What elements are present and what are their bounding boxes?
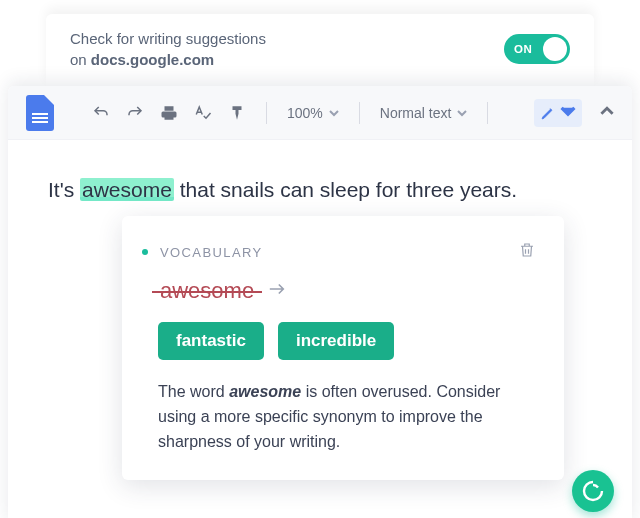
toolbar: 100% Normal text	[8, 86, 632, 140]
banner-line2-prefix: on	[70, 51, 91, 68]
paragraph-style-dropdown[interactable]: Normal text	[376, 105, 472, 121]
paint-format-button[interactable]	[224, 100, 250, 126]
enable-toggle[interactable]: ON	[504, 34, 570, 64]
undo-button[interactable]	[88, 100, 114, 126]
style-value: Normal text	[380, 105, 452, 121]
toolbar-separator	[487, 102, 488, 124]
print-button[interactable]	[156, 100, 182, 126]
toggle-label: ON	[514, 43, 532, 55]
category-label: VOCABULARY	[160, 245, 263, 260]
replaced-word-row: awesome	[158, 278, 536, 304]
suggestion-chips: fantastic incredible	[158, 322, 536, 360]
suggestion-category: VOCABULARY	[158, 245, 263, 260]
redo-button[interactable]	[122, 100, 148, 126]
pencil-icon	[540, 105, 556, 121]
paint-format-icon	[228, 104, 246, 122]
suggestion-chip[interactable]: fantastic	[158, 322, 264, 360]
docs-app-icon[interactable]	[26, 95, 54, 131]
banner-line1: Check for writing suggestions	[70, 30, 266, 47]
assistant-logo-icon	[581, 479, 605, 503]
toggle-knob	[543, 37, 567, 61]
category-dot-icon	[142, 249, 148, 255]
toolbar-separator	[359, 102, 360, 124]
chevron-down-icon	[560, 103, 576, 123]
dismiss-button[interactable]	[518, 240, 536, 264]
suggestion-chip[interactable]: incredible	[278, 322, 394, 360]
zoom-dropdown[interactable]: 100%	[283, 105, 343, 121]
print-icon	[160, 104, 178, 122]
struck-word: awesome	[158, 278, 256, 304]
explain-pre: The word	[158, 383, 229, 400]
redo-icon	[126, 104, 144, 122]
site-banner: Check for writing suggestions on docs.go…	[46, 14, 594, 86]
spellcheck-button[interactable]	[190, 100, 216, 126]
undo-icon	[92, 104, 110, 122]
banner-domain: docs.google.com	[91, 51, 214, 68]
spellcheck-icon	[194, 104, 212, 122]
banner-text: Check for writing suggestions on docs.go…	[70, 28, 266, 70]
chevron-down-icon	[329, 105, 339, 121]
arrow-right-icon	[268, 282, 286, 300]
assistant-fab[interactable]	[572, 470, 614, 512]
editing-mode-dropdown[interactable]	[534, 99, 582, 127]
suggestion-card: VOCABULARY awesome fantastic incredible …	[122, 216, 564, 480]
explanation-text: The word awesome is often overused. Cons…	[158, 380, 536, 454]
text-after: that snails can sleep for three years.	[174, 178, 517, 201]
explain-word: awesome	[229, 383, 301, 400]
highlighted-word[interactable]: awesome	[80, 178, 174, 201]
zoom-value: 100%	[287, 105, 323, 121]
trash-icon	[518, 240, 536, 260]
chevron-down-icon	[457, 105, 467, 121]
collapse-toolbar-button[interactable]	[600, 104, 614, 122]
toolbar-separator	[266, 102, 267, 124]
editor-window: 100% Normal text It's awesome that snail…	[8, 86, 632, 518]
text-before: It's	[48, 178, 80, 201]
chevron-up-icon	[600, 104, 614, 118]
